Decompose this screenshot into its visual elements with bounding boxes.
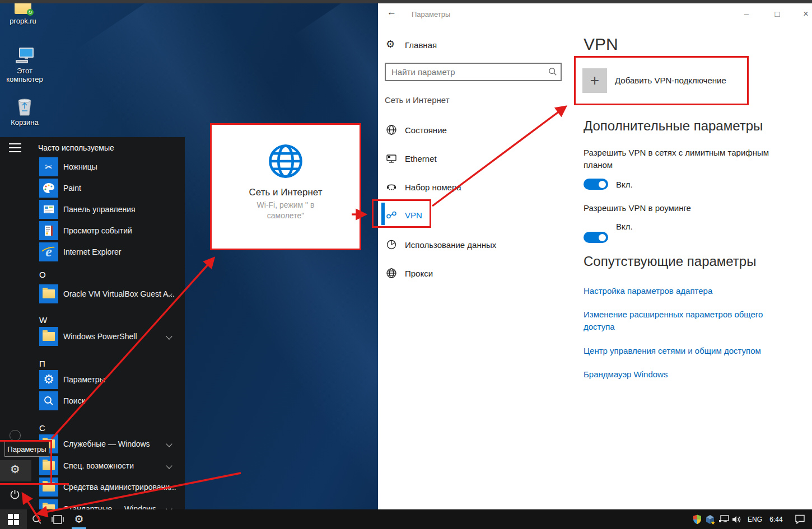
alpha-jump-P[interactable]: П — [39, 359, 45, 368]
back-arrow-icon[interactable]: ← — [387, 7, 396, 18]
desktop-icon-label: Корзина — [0, 118, 49, 127]
toggle-roaming-state: Вкл. — [616, 222, 633, 231]
alpha-jump-C[interactable]: C — [39, 423, 45, 433]
advanced-header: Дополнительные параметры — [584, 118, 763, 134]
desktop-icon-label: propk.ru — [0, 17, 48, 25]
pie-chart-icon — [386, 239, 397, 250]
start-menu-item-label: Windows PowerShell — [63, 332, 137, 341]
start-menu-item-powershell[interactable]: Windows PowerShell — [0, 326, 185, 347]
svg-text:★: ★ — [711, 520, 715, 525]
action-center-icon[interactable] — [792, 509, 808, 529]
folder-tile-icon — [39, 327, 58, 346]
start-menu-item-oracle-vm[interactable]: Oracle VM VirtualBox Guest A... — [0, 283, 185, 305]
search-input[interactable] — [385, 63, 562, 81]
start-menu-item-search[interactable]: Поиск — [0, 390, 185, 411]
sidebar-item-data-usage[interactable]: Использование данных — [378, 233, 577, 256]
folder-icon: ↻ — [15, 2, 31, 14]
link-firewall[interactable]: Брандмауэр Windows — [584, 368, 668, 381]
globe-status-icon — [386, 124, 397, 135]
start-menu-item-internet-explorer[interactable]: e Internet Explorer — [0, 241, 185, 263]
start-menu-item-label: Поиск — [63, 396, 85, 405]
chevron-down-icon[interactable] — [166, 505, 172, 509]
start-menu-item-label: Средства администрировани... — [63, 483, 176, 491]
start-menu-item-windows-accessories[interactable]: Стандартные — Windows — [0, 498, 185, 509]
minimize-button[interactable]: – — [739, 9, 754, 21]
tray-clock[interactable]: 6:44 — [766, 509, 786, 529]
search-icon — [548, 67, 557, 76]
toggle-metered-label: Разрешить VPN в сетях с лимитным тарифны… — [584, 147, 782, 171]
annotation-box-add-vpn — [574, 56, 749, 105]
screen-top-edge — [0, 0, 812, 3]
paint-palette-icon — [39, 179, 58, 198]
taskbar-search-icon[interactable] — [27, 509, 47, 529]
start-menu-item-label: Internet Explorer — [63, 247, 122, 256]
alpha-jump-O[interactable]: O — [39, 270, 46, 279]
maximize-button[interactable]: □ — [770, 9, 785, 21]
start-menu-item-label: Служебные — Windows — [63, 439, 150, 448]
sync-badge-icon: ↻ — [27, 9, 34, 16]
tray-defender-shield-icon[interactable] — [690, 509, 704, 529]
start-button[interactable] — [0, 509, 27, 529]
start-menu-item-settings[interactable]: ⚙ Параметры — [0, 369, 185, 390]
settings-search — [385, 63, 562, 81]
screen: ↻ propk.ru Этот компьютер Корзина Часто … — [0, 0, 812, 529]
scissors-icon: ✂ — [39, 157, 58, 176]
related-header: Сопутствующие параметры — [584, 254, 756, 269]
sidebar-item-dialup[interactable]: Набор номера — [378, 176, 577, 198]
sidebar-item-proxy[interactable]: Прокси — [378, 262, 577, 284]
ethernet-icon — [386, 153, 397, 164]
start-menu-item-event-viewer[interactable]: Просмотр событий — [0, 220, 185, 241]
start-menu-item-label: Стандартные — Windows — [63, 504, 156, 509]
start-menu-item-label: Спец. возможности — [63, 461, 134, 470]
sidebar-section-header: Сеть и Интернет — [385, 95, 450, 105]
annotation-box-vpn — [372, 199, 431, 228]
chevron-down-icon[interactable] — [166, 441, 172, 447]
folder-tile-icon — [39, 284, 58, 303]
link-sharing-options[interactable]: Изменение расширенных параметров общего … — [584, 308, 785, 333]
start-menu-item-label: Paint — [63, 184, 81, 193]
chevron-down-icon[interactable] — [166, 333, 172, 339]
hamburger-menu-icon[interactable] — [9, 143, 21, 155]
start-menu-item-label: Ножницы — [63, 162, 97, 171]
start-menu-item-snipping[interactable]: ✂ Ножницы — [0, 156, 185, 177]
toggle-metered-state: Вкл. — [616, 180, 633, 189]
page-title: VPN — [584, 35, 618, 54]
start-menu-item-control-panel[interactable]: Панель управления — [0, 199, 185, 220]
annotation-line-segment — [50, 483, 69, 485]
sidebar-item-label: Набор номера — [405, 182, 461, 192]
desktop-icon-recycle-bin[interactable]: Корзина — [0, 97, 49, 127]
link-network-center[interactable]: Центр управления сетями и общим доступом — [584, 345, 761, 357]
tray-language-indicator[interactable]: ENG — [746, 509, 764, 529]
search-icon — [39, 391, 58, 410]
sidebar-item-status[interactable]: Состояние — [378, 119, 577, 141]
chevron-down-icon[interactable] — [166, 462, 172, 469]
tray-volume-icon[interactable] — [730, 509, 744, 529]
sidebar-item-label: Прокси — [405, 269, 433, 278]
taskbar-settings-icon[interactable]: ⚙ — [69, 509, 88, 529]
window-title: Параметры — [412, 10, 450, 18]
sidebar-item-label: Использование данных — [405, 240, 496, 250]
toggle-roaming-label: Разрешить VPN в роуминге — [584, 203, 782, 213]
toggle-roaming[interactable] — [584, 232, 608, 243]
taskbar: ⚙ ★ ENG 6:44 — [0, 509, 812, 529]
start-menu-item-paint[interactable]: Paint — [0, 177, 185, 199]
power-icon[interactable] — [10, 489, 20, 502]
sidebar-item-label: Главная — [405, 40, 437, 50]
toggle-metered[interactable] — [584, 179, 608, 190]
user-avatar-icon[interactable] — [10, 430, 21, 441]
close-button[interactable]: × — [799, 9, 812, 21]
sidebar-item-home[interactable]: ⚙ Главная — [378, 34, 577, 56]
proxy-globe-icon — [386, 268, 397, 279]
recycle-bin-icon — [17, 97, 32, 116]
alpha-jump-W[interactable]: W — [39, 315, 47, 325]
desktop-icon-this-pc[interactable]: Этот компьютер — [0, 47, 49, 83]
sidebar-item-ethernet[interactable]: Ethernet — [378, 147, 577, 170]
sidebar-item-label: Состояние — [405, 125, 447, 135]
desktop-icon-propk[interactable]: ↻ propk.ru — [0, 0, 48, 25]
task-view-icon[interactable] — [47, 509, 68, 529]
link-adapter-options[interactable]: Настройка параметров адаптера — [584, 285, 712, 297]
network-internet-tile: Сеть и Интернет Wi-Fi, режим " в самолет… — [210, 123, 361, 250]
start-menu-item-label: Oracle VM VirtualBox Guest A... — [63, 289, 175, 298]
tray-virtualbox-icon[interactable]: ★ — [703, 509, 717, 529]
folder-tile-icon — [39, 499, 58, 509]
